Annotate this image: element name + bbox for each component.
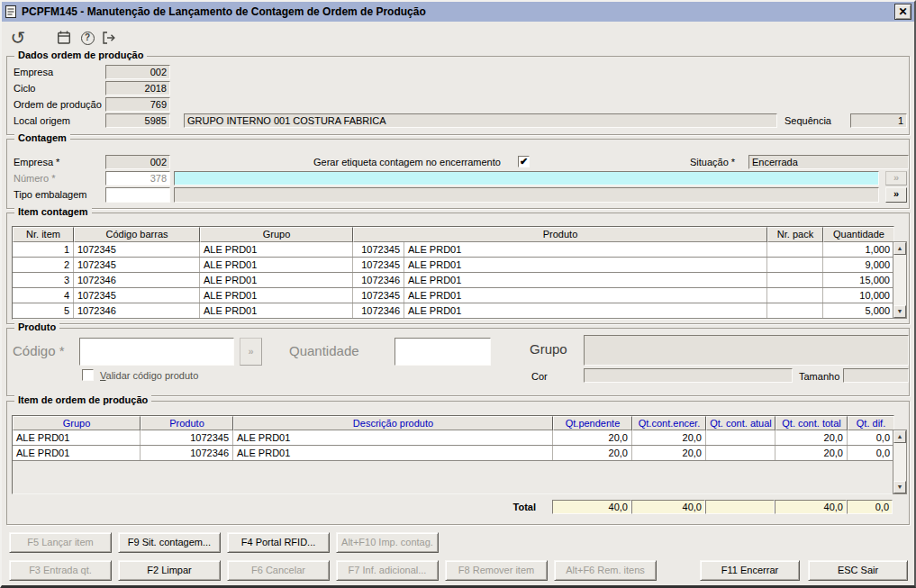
cell-dif[interactable]: 0,0: [848, 446, 893, 460]
app-window: PCPFM145 - Manutenção de Lançamento de C…: [0, 0, 916, 588]
cell-produto[interactable]: 1072346: [141, 446, 233, 460]
cell-nr[interactable]: 1: [13, 242, 74, 257]
cell-grupo[interactable]: ALE PRD01: [13, 430, 141, 445]
tamanho-label: Tamanho: [799, 371, 839, 382]
cell-pack[interactable]: [767, 273, 823, 287]
item-contagem-scrollbar[interactable]: ▲ ▼: [893, 241, 907, 319]
cell-grupo[interactable]: ALE PRD01: [200, 303, 353, 318]
numero-input[interactable]: [105, 171, 170, 185]
col-qt-cont-total[interactable]: Qt. cont. total: [775, 416, 848, 430]
cell-prod_cod[interactable]: 1072346: [353, 273, 404, 287]
codigo-input[interactable]: [79, 338, 234, 366]
cell-qtd[interactable]: 9,000: [823, 258, 893, 272]
item-op-scrollbar[interactable]: ▲ ▼: [893, 430, 907, 494]
cell-encer[interactable]: 20,0: [632, 446, 706, 460]
cell-atual[interactable]: [706, 446, 775, 460]
cell-prod_cod[interactable]: 1072345: [353, 258, 404, 272]
gerar-etiqueta-checkbox[interactable]: ✔: [518, 156, 530, 167]
f9-sit-contagem-button[interactable]: F9 Sit. contagem...: [118, 532, 221, 553]
table-row[interactable]: ALE PRD011072346ALE PRD0120,020,020,00,0: [13, 446, 893, 461]
cell-prod_cod[interactable]: 1072345: [353, 288, 404, 303]
cell-prod_cod[interactable]: 1072346: [353, 303, 404, 318]
cell-barras[interactable]: 1072346: [74, 303, 200, 318]
scroll-down-icon[interactable]: ▼: [893, 481, 906, 493]
col-grupo[interactable]: Grupo: [200, 227, 353, 242]
cell-prod_nome[interactable]: ALE PRD01: [404, 258, 767, 272]
cell-grupo[interactable]: ALE PRD01: [200, 242, 353, 257]
table-row[interactable]: 51072346ALE PRD011072346ALE PRD015,000: [13, 303, 893, 319]
col-grupo[interactable]: Grupo: [13, 416, 141, 430]
f11-encerrar-button[interactable]: F11 Encerrar: [700, 560, 800, 581]
scroll-down-icon[interactable]: ▼: [893, 305, 906, 318]
cell-descricao[interactable]: ALE PRD01: [233, 430, 553, 445]
cell-grupo[interactable]: ALE PRD01: [13, 446, 141, 460]
cell-encer[interactable]: 20,0: [632, 430, 706, 445]
cell-pack[interactable]: [767, 258, 823, 272]
cell-barras[interactable]: 1072345: [74, 258, 200, 272]
scroll-up-icon[interactable]: ▲: [893, 430, 906, 443]
cell-barras[interactable]: 1072345: [74, 242, 200, 257]
cell-qtd[interactable]: 10,000: [823, 288, 893, 303]
col-descricao-produto[interactable]: Descrição produto: [233, 416, 553, 430]
tipo-embalagem-input[interactable]: [105, 187, 170, 203]
cell-qtd[interactable]: 5,000: [823, 303, 893, 318]
cell-pendente[interactable]: 20,0: [553, 430, 632, 445]
cell-pack[interactable]: [767, 242, 823, 257]
exit-icon[interactable]: [98, 27, 120, 49]
cell-total[interactable]: 20,0: [775, 446, 848, 460]
table-row[interactable]: 21072345ALE PRD011072345ALE PRD019,000: [13, 258, 893, 273]
cell-nr[interactable]: 5: [13, 303, 74, 318]
col-qt-cont-atual[interactable]: Qt. cont. atual: [706, 416, 775, 430]
ordem-producao-label: Ordem de produção: [14, 99, 102, 110]
expand-tipo-button[interactable]: »: [885, 187, 907, 203]
cell-total[interactable]: 20,0: [775, 430, 848, 445]
cell-prod_nome[interactable]: ALE PRD01: [404, 242, 767, 257]
cell-barras[interactable]: 1072345: [74, 288, 200, 303]
table-row[interactable]: 31072346ALE PRD011072346ALE PRD0115,000: [13, 273, 893, 288]
cell-grupo[interactable]: ALE PRD01: [200, 258, 353, 272]
validar-codigo-checkbox[interactable]: [82, 369, 94, 381]
col-qt-cont-encer[interactable]: Qt.cont.encer.: [632, 416, 706, 430]
cell-pendente[interactable]: 20,0: [553, 446, 632, 460]
calendar-icon[interactable]: [53, 27, 75, 49]
cell-prod_cod[interactable]: 1072345: [353, 242, 404, 257]
col-nr-pack[interactable]: Nr. pack: [767, 227, 823, 242]
cell-prod_nome[interactable]: ALE PRD01: [404, 273, 767, 287]
cell-grupo[interactable]: ALE PRD01: [200, 273, 353, 287]
col-qt-pendente[interactable]: Qt.pendente: [553, 416, 632, 430]
cell-dif[interactable]: 0,0: [848, 430, 893, 445]
quantidade-input[interactable]: [395, 338, 491, 366]
title-bar[interactable]: PCPFM145 - Manutenção de Lançamento de C…: [2, 2, 914, 22]
cell-grupo[interactable]: ALE PRD01: [200, 288, 353, 303]
refresh-icon[interactable]: ↺: [7, 27, 29, 49]
f2-limpar-button[interactable]: F2 Limpar: [118, 560, 221, 581]
table-row[interactable]: ALE PRD011072345ALE PRD0120,020,020,00,0: [13, 430, 893, 446]
cell-barras[interactable]: 1072346: [74, 273, 200, 287]
cell-descricao[interactable]: ALE PRD01: [233, 446, 553, 460]
cell-nr[interactable]: 3: [13, 273, 74, 287]
col-produto[interactable]: Produto: [353, 227, 767, 242]
cell-prod_nome[interactable]: ALE PRD01: [404, 288, 767, 303]
col-codigo-barras[interactable]: Código barras: [74, 227, 200, 242]
close-button[interactable]: ✕: [894, 4, 911, 20]
cell-qtd[interactable]: 1,000: [823, 242, 893, 257]
table-row[interactable]: 41072345ALE PRD011072345ALE PRD0110,000: [13, 288, 893, 303]
col-nr-item[interactable]: Nr. item: [13, 227, 74, 242]
help-icon[interactable]: ?: [77, 27, 98, 49]
cell-nr[interactable]: 4: [13, 288, 74, 303]
col-quantidade[interactable]: Quantidade: [823, 227, 893, 242]
f4-portal-rfid-button[interactable]: F4 Portal RFID...: [227, 532, 330, 553]
esc-sair-button[interactable]: ESC Sair: [808, 560, 908, 581]
ciclo-label: Ciclo: [14, 83, 35, 94]
col-produto[interactable]: Produto: [141, 416, 233, 430]
cell-produto[interactable]: 1072345: [141, 430, 233, 445]
cell-qtd[interactable]: 15,000: [823, 273, 893, 287]
col-qt-dif[interactable]: Qt. dif.: [848, 416, 893, 430]
table-row[interactable]: 11072345ALE PRD011072345ALE PRD011,000: [13, 242, 893, 258]
cell-prod_nome[interactable]: ALE PRD01: [404, 303, 767, 318]
scroll-up-icon[interactable]: ▲: [893, 242, 906, 255]
cell-nr[interactable]: 2: [13, 258, 74, 272]
cell-atual[interactable]: [706, 430, 775, 445]
cell-pack[interactable]: [767, 288, 823, 303]
cell-pack[interactable]: [767, 303, 823, 318]
